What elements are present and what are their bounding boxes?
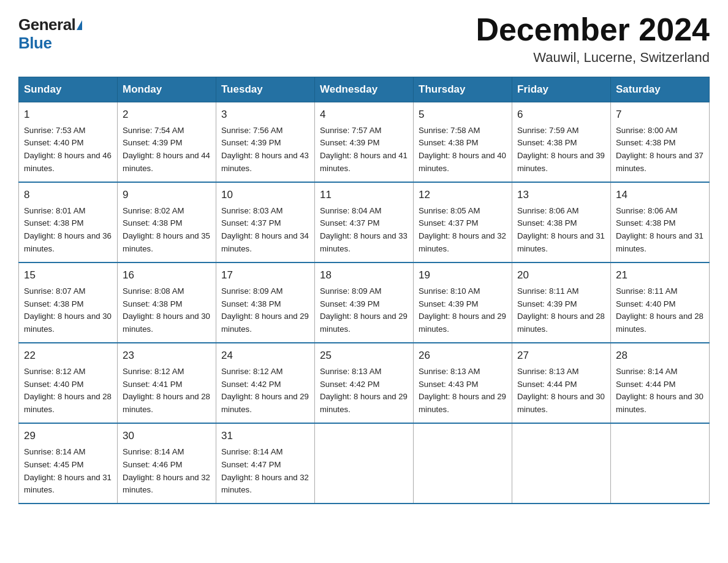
day-info: Sunrise: 8:09 AMSunset: 4:38 PMDaylight:…	[221, 286, 309, 334]
page-header: General Blue December 2024 Wauwil, Lucer…	[18, 12, 710, 66]
logo-blue: Blue	[18, 34, 51, 52]
header-wednesday: Wednesday	[315, 77, 414, 102]
day-number: 26	[419, 348, 507, 364]
day-info: Sunrise: 8:14 AMSunset: 4:45 PMDaylight:…	[24, 447, 112, 495]
day-number: 8	[24, 187, 112, 203]
calendar-cell: 30Sunrise: 8:14 AMSunset: 4:46 PMDayligh…	[118, 423, 216, 504]
day-info: Sunrise: 8:12 AMSunset: 4:42 PMDaylight:…	[221, 367, 309, 415]
day-info: Sunrise: 8:14 AMSunset: 4:44 PMDaylight:…	[616, 367, 703, 415]
day-number: 18	[320, 267, 408, 283]
calendar-cell: 31Sunrise: 8:14 AMSunset: 4:47 PMDayligh…	[216, 423, 315, 504]
day-number: 11	[320, 187, 408, 203]
day-number: 16	[123, 267, 211, 283]
day-info: Sunrise: 7:56 AMSunset: 4:39 PMDaylight:…	[221, 126, 309, 174]
calendar-cell: 27Sunrise: 8:13 AMSunset: 4:44 PMDayligh…	[512, 343, 611, 423]
calendar-cell: 5Sunrise: 7:58 AMSunset: 4:38 PMDaylight…	[414, 102, 512, 183]
day-number: 22	[24, 348, 112, 364]
day-info: Sunrise: 8:00 AMSunset: 4:38 PMDaylight:…	[616, 126, 703, 174]
day-info: Sunrise: 8:01 AMSunset: 4:38 PMDaylight:…	[24, 206, 112, 254]
day-info: Sunrise: 8:11 AMSunset: 4:40 PMDaylight:…	[616, 286, 703, 334]
day-number: 31	[221, 428, 309, 444]
header-saturday: Saturday	[611, 77, 710, 102]
week-row-4: 22Sunrise: 8:12 AMSunset: 4:40 PMDayligh…	[19, 343, 710, 423]
day-number: 1	[24, 107, 112, 123]
day-info: Sunrise: 8:02 AMSunset: 4:38 PMDaylight:…	[123, 206, 210, 254]
day-info: Sunrise: 8:05 AMSunset: 4:37 PMDaylight:…	[419, 206, 506, 254]
day-number: 10	[221, 187, 309, 203]
day-info: Sunrise: 8:03 AMSunset: 4:37 PMDaylight:…	[221, 206, 309, 254]
day-info: Sunrise: 8:11 AMSunset: 4:39 PMDaylight:…	[517, 286, 605, 334]
day-number: 12	[419, 187, 507, 203]
day-info: Sunrise: 7:58 AMSunset: 4:38 PMDaylight:…	[419, 126, 506, 174]
day-number: 6	[517, 107, 605, 123]
calendar-cell: 11Sunrise: 8:04 AMSunset: 4:37 PMDayligh…	[315, 182, 414, 262]
day-number: 20	[517, 267, 605, 283]
header-tuesday: Tuesday	[216, 77, 315, 102]
calendar-cell: 24Sunrise: 8:12 AMSunset: 4:42 PMDayligh…	[216, 343, 315, 423]
day-number: 5	[419, 107, 507, 123]
day-info: Sunrise: 8:13 AMSunset: 4:42 PMDaylight:…	[320, 367, 408, 415]
calendar-cell: 1Sunrise: 7:53 AMSunset: 4:40 PMDaylight…	[19, 102, 118, 183]
calendar-cell: 15Sunrise: 8:07 AMSunset: 4:38 PMDayligh…	[19, 262, 118, 343]
calendar-cell: 26Sunrise: 8:13 AMSunset: 4:43 PMDayligh…	[414, 343, 512, 423]
month-title: December 2024	[476, 12, 710, 47]
day-number: 27	[517, 348, 605, 364]
day-info: Sunrise: 8:07 AMSunset: 4:38 PMDaylight:…	[24, 286, 112, 334]
calendar-cell: 7Sunrise: 8:00 AMSunset: 4:38 PMDaylight…	[611, 102, 710, 183]
calendar-cell: 17Sunrise: 8:09 AMSunset: 4:38 PMDayligh…	[216, 262, 315, 343]
calendar-cell: 3Sunrise: 7:56 AMSunset: 4:39 PMDaylight…	[216, 102, 315, 183]
calendar-cell	[414, 423, 512, 504]
title-block: December 2024 Wauwil, Lucerne, Switzerla…	[476, 12, 710, 66]
day-info: Sunrise: 8:06 AMSunset: 4:38 PMDaylight:…	[616, 206, 703, 254]
day-number: 30	[123, 428, 211, 444]
calendar-table: SundayMondayTuesdayWednesdayThursdayFrid…	[18, 77, 710, 504]
day-number: 28	[616, 348, 704, 364]
day-info: Sunrise: 8:12 AMSunset: 4:40 PMDaylight:…	[24, 367, 112, 415]
calendar-cell: 18Sunrise: 8:09 AMSunset: 4:39 PMDayligh…	[315, 262, 414, 343]
calendar-cell: 10Sunrise: 8:03 AMSunset: 4:37 PMDayligh…	[216, 182, 315, 262]
calendar-cell: 8Sunrise: 8:01 AMSunset: 4:38 PMDaylight…	[19, 182, 118, 262]
day-number: 7	[616, 107, 704, 123]
day-info: Sunrise: 8:09 AMSunset: 4:39 PMDaylight:…	[320, 286, 408, 334]
day-number: 3	[221, 107, 309, 123]
calendar-cell: 2Sunrise: 7:54 AMSunset: 4:39 PMDaylight…	[118, 102, 216, 183]
week-row-1: 1Sunrise: 7:53 AMSunset: 4:40 PMDaylight…	[19, 102, 710, 183]
day-number: 19	[419, 267, 507, 283]
day-number: 25	[320, 348, 408, 364]
calendar-cell	[315, 423, 414, 504]
day-number: 13	[517, 187, 605, 203]
calendar-cell: 12Sunrise: 8:05 AMSunset: 4:37 PMDayligh…	[414, 182, 512, 262]
day-info: Sunrise: 8:04 AMSunset: 4:37 PMDaylight:…	[320, 206, 408, 254]
day-info: Sunrise: 8:10 AMSunset: 4:39 PMDaylight:…	[419, 286, 506, 334]
day-info: Sunrise: 8:13 AMSunset: 4:44 PMDaylight:…	[517, 367, 605, 415]
calendar-cell: 13Sunrise: 8:06 AMSunset: 4:38 PMDayligh…	[512, 182, 611, 262]
logo: General Blue	[18, 12, 82, 53]
week-row-2: 8Sunrise: 8:01 AMSunset: 4:38 PMDaylight…	[19, 182, 710, 262]
day-number: 23	[123, 348, 211, 364]
calendar-cell: 20Sunrise: 8:11 AMSunset: 4:39 PMDayligh…	[512, 262, 611, 343]
logo-general: General	[18, 15, 75, 34]
day-info: Sunrise: 7:59 AMSunset: 4:38 PMDaylight:…	[517, 126, 605, 174]
day-number: 17	[221, 267, 309, 283]
day-info: Sunrise: 8:12 AMSunset: 4:41 PMDaylight:…	[123, 367, 210, 415]
calendar-cell: 21Sunrise: 8:11 AMSunset: 4:40 PMDayligh…	[611, 262, 710, 343]
header-thursday: Thursday	[414, 77, 512, 102]
calendar-cell: 22Sunrise: 8:12 AMSunset: 4:40 PMDayligh…	[19, 343, 118, 423]
week-row-3: 15Sunrise: 8:07 AMSunset: 4:38 PMDayligh…	[19, 262, 710, 343]
calendar-cell: 9Sunrise: 8:02 AMSunset: 4:38 PMDaylight…	[118, 182, 216, 262]
day-number: 4	[320, 107, 408, 123]
location-title: Wauwil, Lucerne, Switzerland	[476, 50, 710, 66]
day-info: Sunrise: 7:54 AMSunset: 4:39 PMDaylight:…	[123, 126, 210, 174]
day-number: 24	[221, 348, 309, 364]
day-number: 21	[616, 267, 704, 283]
day-number: 15	[24, 267, 112, 283]
calendar-cell: 14Sunrise: 8:06 AMSunset: 4:38 PMDayligh…	[611, 182, 710, 262]
day-number: 29	[24, 428, 112, 444]
calendar-cell	[611, 423, 710, 504]
week-row-5: 29Sunrise: 8:14 AMSunset: 4:45 PMDayligh…	[19, 423, 710, 504]
day-info: Sunrise: 7:53 AMSunset: 4:40 PMDaylight:…	[24, 126, 112, 174]
header-monday: Monday	[118, 77, 216, 102]
calendar-cell: 25Sunrise: 8:13 AMSunset: 4:42 PMDayligh…	[315, 343, 414, 423]
header-friday: Friday	[512, 77, 611, 102]
day-number: 2	[123, 107, 211, 123]
